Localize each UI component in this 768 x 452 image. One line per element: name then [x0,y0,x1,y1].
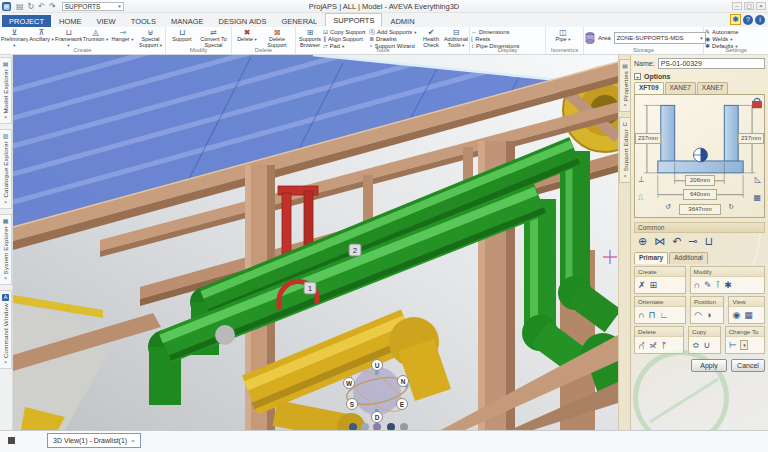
sidebar-tab-model-explorer[interactable]: ▤ Model Explorer × [0,57,12,124]
tab-design-aids[interactable]: DESIGN AIDS [212,15,274,27]
template-tab-0[interactable]: XFT09 [634,82,664,94]
pipe-button[interactable]: ◫ Pipe ▾ [547,28,579,48]
align-support-button[interactable]: ∥ Align Support [323,36,369,42]
copy-pair-button[interactable]: ≎ [692,340,700,350]
tab-tools[interactable]: TOOLS [124,15,163,27]
change-to-button[interactable]: ⊢ [729,340,737,350]
additional-tools-button[interactable]: ⊟ Additional Tools ▾ [443,28,469,48]
common-hanger-button[interactable]: ⊸ [688,235,697,248]
3d-viewport[interactable]: 1 2 [13,55,618,430]
support-marker-2[interactable]: 2 [349,244,361,256]
tab-additional[interactable]: Additional [669,252,708,264]
ruler-tool-icon[interactable]: ◺ [755,175,761,184]
modify-stanchion-button[interactable]: ⊺ [716,280,721,290]
modify-edit-button[interactable]: ✎ [704,280,712,290]
template-tab-1[interactable]: XANE7 [665,82,696,94]
close-icon[interactable]: × [4,276,7,281]
common-rotate-button[interactable]: ↶ [672,235,681,248]
flange-tool-icon[interactable]: ▦ [753,193,761,202]
create-table-button[interactable]: ⊞ [650,280,658,290]
dim-inner[interactable]: 206mm [685,175,715,186]
delete-stanchion-button[interactable]: ⊺× [661,340,666,351]
orientate-flip-button[interactable]: ∩ [638,310,644,320]
create-support-button[interactable]: ✗ [638,280,646,290]
common-frame-button[interactable]: ⊔ [705,235,714,248]
autoname-button[interactable]: ✎ Autoname [705,29,763,35]
dim-bottom[interactable]: 3647mm [679,204,721,215]
view-list-icon[interactable] [8,437,15,444]
close-icon[interactable]: × [4,360,7,365]
tab-primary[interactable]: Primary [634,252,668,264]
area-label[interactable]: Area [598,35,611,41]
redo-icon[interactable]: ↷ [49,2,56,11]
close-icon[interactable]: × [623,103,626,108]
tab-manage[interactable]: MANAGE [164,15,211,27]
info-button[interactable]: i [755,15,765,25]
support-name-field[interactable] [658,58,765,69]
compass-west-label[interactable]: W [344,378,355,389]
tab-project[interactable]: PROJECT [2,15,51,27]
hanger-button[interactable]: ⊸ Hanger ▾ [109,28,136,48]
compass-north-label[interactable]: N [398,376,409,387]
template-tab-2[interactable]: XANE7 [697,82,728,94]
storage-zone-combo[interactable]: ZONE-SUPPORTS-MDS ▾ [614,32,706,44]
modify-ubolt-button[interactable]: ∩ [694,280,700,290]
rotate-right-icon[interactable]: ↻ [728,203,734,211]
undo-icon[interactable]: ↶ [38,2,45,11]
special-support-button[interactable]: ⊎ Special Support ▾ [136,28,165,48]
add-supports-button[interactable]: Ⓐ Add Supports ▾ [369,29,419,35]
change-to-dropdown[interactable]: ▾ [740,340,748,350]
dimensions-button[interactable]: ↔ Dimensions [471,29,541,35]
tab-view[interactable]: VIEW [90,15,123,27]
copy-single-button[interactable]: ∪ [704,340,711,350]
trunnion-button[interactable]: ◬ Trunnion ▾ [82,28,109,48]
preliminary-button[interactable]: ⊻ Preliminary ▾ [1,28,28,48]
close-icon[interactable]: × [131,438,135,444]
dim-left[interactable]: 237mm [635,133,661,144]
convert-to-special-button[interactable]: ⇌ Convert To Special [197,28,230,48]
tab-3d-view[interactable]: 3D View(1) - Drawlist(1) × [47,433,141,448]
tab-supports[interactable]: SUPPORTS [325,13,382,27]
delete-ubolt-button[interactable]: ∩× [638,340,645,351]
compass-east-label[interactable]: E [397,399,408,410]
supports-browser-button[interactable]: ⊞ Supports Browser [297,28,323,48]
ancillary-button[interactable]: ⊼ Ancillary ▾ [28,28,55,48]
copy-support-button[interactable]: ⊡ Copy Support [323,29,369,35]
position-align-button[interactable]: ◑ [706,310,711,320]
tab-general[interactable]: GENERAL [274,15,324,27]
3d-scene[interactable]: 1 2 [13,55,618,430]
pin-ribbon-button[interactable]: ✱ [730,14,741,25]
compass-down-label[interactable]: D [372,412,383,423]
delete-bench-button[interactable]: ≍× [649,340,657,351]
cancel-button[interactable]: Cancel [731,359,765,372]
orientate-rotate-button[interactable]: ⊓ [648,310,655,320]
framework-button[interactable]: ⊔ Framework ▾ [55,28,82,48]
orientate-angle-button[interactable]: ∟ [660,310,669,320]
drawlist-button[interactable]: ≣ Drawlist [369,36,419,42]
edit-window-icon[interactable]: ▤ [16,2,24,11]
dim-right[interactable]: 237mm [738,133,764,144]
dim-outer[interactable]: 640mm [683,189,717,200]
options-expander[interactable]: + Options [634,70,765,82]
sync-db-icon[interactable]: ↻ [28,2,35,11]
close-icon[interactable]: × [623,174,626,179]
tab-admin[interactable]: ADMIN [383,15,421,27]
common-globe-button[interactable]: ⊕ [638,235,647,248]
panel-tab-properties[interactable]: ▤ Properties × [619,59,631,112]
common-valve-button[interactable]: ⋈ [654,235,665,248]
close-button[interactable]: × [756,2,766,10]
compass-south-label[interactable]: S [347,399,358,410]
health-check-button[interactable]: ✔ Health Check [419,28,443,48]
restore-button[interactable]: ▢ [744,2,754,10]
app-icon[interactable]: ▦ [2,2,11,11]
rests-button[interactable]: ⌊ Rests [471,36,541,42]
bracket-tool-icon[interactable]: ⎍ [638,193,644,203]
view-look-button[interactable]: ◉ [732,310,740,320]
sidebar-tab-catalogue-explorer[interactable]: ▥ Catalogue Explorer × [0,129,12,209]
rotate-left-icon[interactable]: ↺ [665,203,671,211]
tab-home[interactable]: HOME [52,15,89,27]
position-move-button[interactable]: ◠ [694,310,702,320]
welds-button[interactable]: ◉ Welds ▾ [705,36,763,42]
delete-button[interactable]: ✖ Delete ▾ [233,28,261,48]
column-tool-icon[interactable]: ⊥ [638,175,645,184]
